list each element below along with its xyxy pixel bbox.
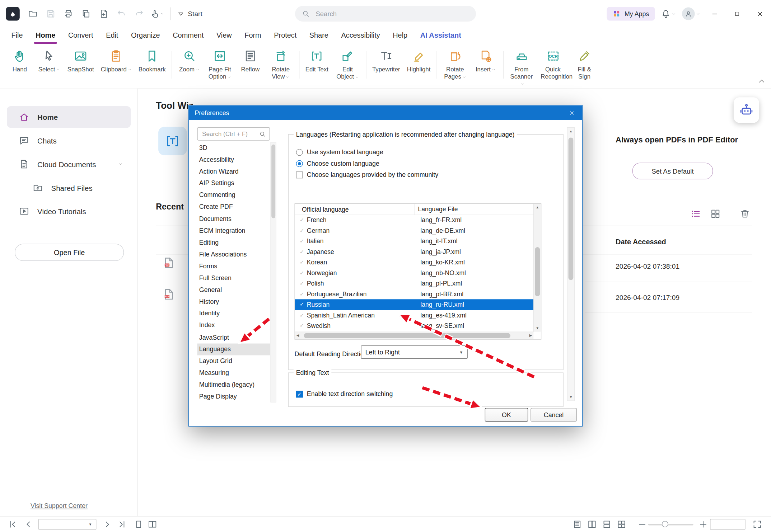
language-row-german[interactable]: ✓Germanlang_de-DE.xml bbox=[295, 225, 533, 236]
scroll-up-icon[interactable]: ▲ bbox=[534, 204, 541, 211]
scrollbar-thumb[interactable] bbox=[569, 138, 574, 280]
tool-edit-object[interactable]: Edit Object bbox=[332, 44, 364, 80]
my-apps-button[interactable]: My Apps bbox=[607, 7, 655, 20]
choose-custom-language-radio[interactable]: Choose custom language bbox=[296, 160, 379, 167]
language-row-italian[interactable]: ✓Italianlang_it-IT.xml bbox=[295, 236, 533, 246]
print-button[interactable] bbox=[61, 6, 76, 21]
global-search[interactable] bbox=[295, 6, 476, 22]
language-row-swedish[interactable]: ✓Swedishlang_sv-SE.xml bbox=[295, 320, 533, 331]
pref-category-accessibility[interactable]: Accessibility bbox=[197, 154, 270, 166]
menu-organize[interactable]: Organize bbox=[125, 28, 166, 44]
edit-text-tool-tile[interactable] bbox=[158, 127, 187, 155]
pref-category-action-wizard[interactable]: Action Wizard bbox=[197, 166, 270, 178]
pref-category-ecm-integration[interactable]: ECM Integration bbox=[197, 225, 270, 237]
save-button[interactable] bbox=[43, 6, 58, 21]
sidebar-item-home[interactable]: Home bbox=[7, 106, 131, 128]
sidebar-item-chats[interactable]: Chats bbox=[7, 130, 131, 151]
menu-form[interactable]: Form bbox=[238, 28, 267, 44]
pref-category-history[interactable]: History bbox=[197, 296, 270, 308]
community-languages-checkbox[interactable]: Choose languages provided by the communi… bbox=[296, 171, 438, 179]
pref-category-create-pdf[interactable]: Create PDF bbox=[197, 201, 270, 213]
menu-edit[interactable]: Edit bbox=[99, 28, 125, 44]
menu-help[interactable]: Help bbox=[386, 28, 413, 44]
scroll-up-icon[interactable]: ▲ bbox=[567, 128, 574, 135]
language-row-portuguese-brazilian[interactable]: ✓Portuguese_Brazilianlang_pt-BR.xml bbox=[295, 289, 533, 299]
tool-select[interactable]: Select bbox=[34, 44, 64, 73]
menu-share[interactable]: Share bbox=[303, 28, 335, 44]
tool-reflow[interactable]: Reflow bbox=[235, 44, 265, 73]
reading-direction-select[interactable]: Left to Right ▼ bbox=[361, 345, 468, 359]
sidebar-item-cloud-documents[interactable]: Cloud Documents bbox=[7, 153, 131, 175]
language-row-spanish-latin-american[interactable]: ✓Spanish_Latin Americanlang_es-419.xml bbox=[295, 310, 533, 320]
tool-edit-text[interactable]: Edit Text bbox=[302, 44, 332, 73]
first-page-icon[interactable] bbox=[8, 519, 18, 529]
language-row-korean[interactable]: ✓Koreanlang_ko-KR.xml bbox=[295, 257, 533, 267]
menu-home[interactable]: Home bbox=[29, 28, 62, 44]
scroll-down-icon[interactable]: ▼ bbox=[534, 325, 541, 332]
tool-insert[interactable]: Insert bbox=[471, 44, 500, 73]
account-button[interactable] bbox=[682, 8, 700, 20]
dialog-titlebar[interactable]: Preferences bbox=[189, 106, 582, 120]
sidebar-item-shared-files[interactable]: Shared Files bbox=[7, 177, 131, 198]
zoom-slider-handle[interactable] bbox=[662, 521, 668, 527]
zoom-slider-track[interactable] bbox=[648, 524, 693, 525]
ok-button[interactable]: OK bbox=[485, 408, 528, 422]
support-center-link[interactable]: Visit Support Center bbox=[31, 502, 88, 510]
menu-accessibility[interactable]: Accessibility bbox=[335, 28, 387, 44]
last-page-icon[interactable] bbox=[117, 519, 127, 529]
language-row-japanese[interactable]: ✓Japaneselang_ja-JP.xml bbox=[295, 246, 533, 257]
zoom-in-icon[interactable] bbox=[698, 519, 708, 529]
pref-category-file-associations[interactable]: File Associations bbox=[197, 249, 270, 260]
scroll-left-icon[interactable]: ◀ bbox=[296, 334, 299, 338]
menu-file[interactable]: File bbox=[5, 28, 29, 44]
tool-from-scanner[interactable]: From Scanner bbox=[506, 44, 537, 87]
maximize-button[interactable] bbox=[729, 4, 746, 24]
column-official-language[interactable]: Official language bbox=[295, 206, 415, 213]
thumbnail-grid-icon[interactable] bbox=[617, 519, 626, 529]
pref-category-languages[interactable]: Languages bbox=[197, 343, 270, 355]
zoom-level-input[interactable] bbox=[710, 519, 746, 530]
ai-assistant-fab[interactable] bbox=[734, 97, 759, 123]
table-vertical-scrollbar[interactable]: ▲ ▼ bbox=[533, 204, 541, 332]
scrollbar-thumb[interactable] bbox=[535, 247, 540, 296]
pref-category-javascript[interactable]: JavaScript bbox=[197, 331, 270, 343]
page-number-input[interactable]: ▼ bbox=[38, 519, 97, 530]
recent-file-icon[interactable]: PDF bbox=[162, 256, 175, 269]
fit-page-icon[interactable] bbox=[752, 519, 762, 529]
preferences-search-input[interactable] bbox=[201, 130, 257, 138]
tool-clipboard[interactable]: Clipboard bbox=[97, 44, 135, 73]
tool-snapshot[interactable]: SnapShot bbox=[64, 44, 97, 73]
scroll-right-icon[interactable]: ▶ bbox=[529, 334, 532, 338]
list-view-button[interactable] bbox=[690, 208, 701, 219]
sidebar-item-video-tutorials[interactable]: Video Tutorials bbox=[7, 201, 131, 222]
scrollbar-thumb[interactable] bbox=[304, 333, 510, 338]
undo-button[interactable] bbox=[114, 6, 129, 21]
menu-ai-assistant[interactable]: AI Assistant bbox=[414, 28, 468, 44]
table-horizontal-scrollbar[interactable]: ◀ ▶ bbox=[295, 332, 533, 339]
dialog-scrollbar[interactable]: ▲ ▼ bbox=[567, 127, 575, 401]
tool-rotate-view[interactable]: Rotate View bbox=[265, 44, 296, 80]
pref-category-measuring[interactable]: Measuring bbox=[197, 367, 270, 379]
copy-button[interactable] bbox=[79, 6, 93, 21]
column-language-file[interactable]: Language File bbox=[415, 204, 541, 215]
minimize-button[interactable] bbox=[706, 4, 723, 24]
tool-bookmark[interactable]: Bookmark bbox=[135, 44, 169, 73]
pref-category-editing[interactable]: Editing bbox=[197, 237, 270, 249]
language-row-norwegian[interactable]: ✓Norwegianlang_nb-NO.xml bbox=[295, 268, 533, 278]
tool-zoom[interactable]: Zoom bbox=[174, 44, 204, 73]
set-as-default-button[interactable]: Set As Default bbox=[632, 163, 713, 179]
language-row-french[interactable]: ✓Frenchlang_fr-FR.xml bbox=[295, 215, 533, 225]
double-page-icon[interactable] bbox=[148, 519, 157, 529]
notifications-button[interactable] bbox=[661, 9, 676, 19]
facing-pages-icon[interactable] bbox=[587, 519, 597, 529]
zoom-out-icon[interactable] bbox=[637, 519, 647, 529]
use-system-language-radio[interactable]: Use system local language bbox=[296, 149, 383, 156]
pref-category-general[interactable]: General bbox=[197, 284, 270, 296]
app-logo[interactable] bbox=[6, 7, 19, 20]
redo-button[interactable] bbox=[132, 6, 146, 21]
pref-category-commenting[interactable]: Commenting bbox=[197, 189, 270, 201]
tool-highlight[interactable]: Highlight bbox=[403, 44, 434, 73]
enable-text-direction-checkbox[interactable]: ✓ Enable text direction switching bbox=[296, 390, 393, 398]
pointer-button[interactable] bbox=[149, 6, 164, 21]
dialog-close-button[interactable] bbox=[561, 106, 582, 120]
